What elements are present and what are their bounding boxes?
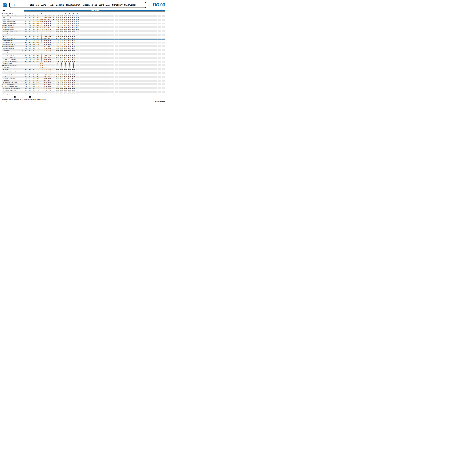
empty-cell [119,17,122,19]
empty-cell [134,51,138,53]
time-cell: 06.16 [32,24,36,26]
time-cell: 05.18 [24,28,28,30]
time-cell: 16.47 [56,80,60,82]
time-cell: 18.11 [72,15,75,17]
no-stop-squiggle [56,66,60,68]
hint-cell [103,12,107,15]
time-cell: 18.35 [72,51,75,53]
empty-cell [95,40,99,42]
stop-name: - Lindauer Str./Stadtweiher [2,91,21,93]
empty-cell [162,85,165,87]
empty-cell [111,82,114,83]
empty-cell [83,55,87,57]
time-cell: 08.10 [48,68,51,70]
time-cell: 17.29 [64,42,68,44]
stop-name: - Bahnhofstr./Immenstädter Str. [2,53,21,54]
empty-cell [150,91,153,93]
empty-cell [162,87,165,89]
time-cell: 30 [52,17,55,19]
empty-cell [99,61,103,63]
empty-cell [87,78,91,80]
empty-cell [150,68,153,70]
stop-name: - Residenzplatz [2,36,21,37]
empty-cell [150,59,153,61]
empty-cell [111,70,114,72]
empty-cell [154,82,157,83]
time-cell: 05.35 [24,51,28,53]
stop-name: - Forum Allgäu (Steig 8) [2,42,21,43]
time-cell: 18.16 [72,23,75,24]
time-cell [52,49,55,51]
empty-cell [154,83,157,85]
legend-title: ZEICHENERKLÄRUNG: [2,96,14,98]
empty-cell [87,66,91,68]
no-stop-squiggle [28,66,32,68]
time-cell: 07.49 [44,83,48,85]
empty-cell [138,51,142,53]
time-cell: 07.45 [48,21,51,23]
empty-cell [103,28,107,30]
empty-cell [138,83,142,85]
empty-cell [130,85,134,87]
stop-cell: - Lindauer Str./Am Göhlenbach [2,74,24,76]
empty-cell [154,76,157,78]
time-cell: 05.41 [28,15,32,17]
no-stop-squiggle [72,65,75,66]
stop-name: - Im Stiftallmey/Jerg-Rist-Weg [2,90,21,91]
empty-cell [80,30,83,32]
empty-cell [126,89,130,91]
time-cell: 17.46 [68,23,71,24]
empty-cell [87,44,91,45]
empty-cell [115,89,118,91]
empty-cell [83,38,87,40]
empty-cell [134,28,138,30]
no-stop-squiggle [60,63,64,65]
empty-cell [122,34,126,36]
empty-cell [146,32,150,34]
empty-cell [130,76,134,78]
empty-cell [107,82,111,83]
empty-cell [119,40,122,42]
time-cell: 17.08 [60,61,64,63]
empty-cell [162,93,165,95]
empty-cell [103,93,107,95]
time-cell: 05.53 [28,34,32,36]
empty-cell [115,78,118,80]
time-cell [75,30,79,32]
time-cell: 06.11 [32,15,36,17]
empty-cell [119,68,122,70]
time-cell: 17.06 [60,53,64,55]
time-cell: 17.35 [64,51,68,53]
empty-cell [99,28,103,30]
no-stop-squiggle [40,38,44,40]
empty-cell [119,65,122,66]
stop-cell: - Aybühlweg/Sportpark (Steig 1) [2,82,24,83]
empty-cell [130,30,134,32]
time-cell [40,74,44,76]
empty-cell [99,53,103,55]
empty-cell [146,28,150,30]
time-cell: 07.47 [48,26,51,28]
time-cell: 05.32 [24,47,28,49]
time-cell: 06.46 [36,23,40,24]
empty-cell [162,89,165,91]
empty-cell [115,38,118,40]
time-cell [52,51,55,53]
stop-name: - Immenstädter Str./Strigelstr. [2,57,21,58]
empty-cell [146,45,150,47]
time-cell [40,72,44,74]
table-row: - Forum Allgäu (Steig 8)05.2905.5906.290… [2,42,165,44]
empty-cell [134,87,138,89]
empty-cell [158,47,161,49]
stop-cell: - Hbf (Steig A2)ab [2,51,24,53]
time-cell: 17.46 [64,78,68,80]
empty-cell [142,82,146,83]
empty-cell [103,23,107,24]
time-cell: 18.20 [72,30,75,32]
empty-cell [111,61,114,63]
time-cell: 17.50 [64,85,68,87]
time-cell: 07.03 [36,49,40,51]
timetable-page: BUS 1 Halde Nord - Auf der Halde - Zentr… [0,0,168,119]
empty-cell [130,78,134,80]
empty-cell [130,91,134,93]
